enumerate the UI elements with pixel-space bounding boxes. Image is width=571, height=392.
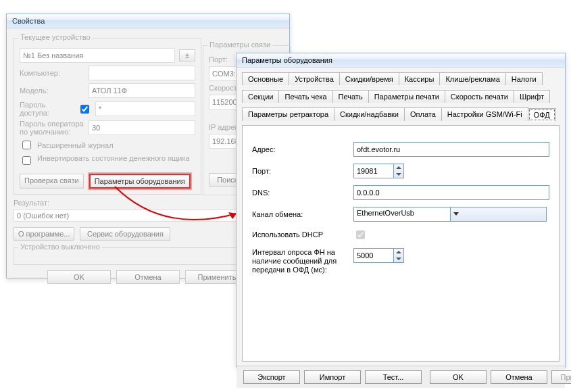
current-device-group: Текущее устройство ± Компьютер: Модель: …	[14, 38, 201, 195]
dns-field[interactable]	[353, 185, 549, 200]
model-label: Модель:	[20, 87, 84, 95]
properties-title: Свойства	[7, 14, 289, 28]
ext-log-label: Расширенный журнал	[37, 141, 114, 149]
tab-print[interactable]: Печать	[332, 90, 369, 103]
computer-label: Компьютер:	[20, 69, 84, 77]
oper-pwd-label: Пароль оператора по умолчанию:	[20, 120, 84, 136]
oper-pwd-field[interactable]	[89, 120, 195, 135]
device-select[interactable]	[20, 48, 175, 63]
tabs-row-3: Параметры ретрактора Скидки/надбавки Опл…	[242, 107, 560, 121]
dns-label: DNS:	[252, 189, 353, 197]
dlg-apply-button: Применить	[551, 370, 571, 384]
tabs-row-2: Секции Печать чека Печать Параметры печа…	[242, 89, 560, 103]
plus-minus-button[interactable]: ±	[179, 49, 195, 62]
invert-label: Инвертировать состояние денежного ящика	[37, 154, 190, 162]
group-legend: Текущее устройство	[18, 33, 93, 41]
port-spinner[interactable]	[394, 164, 404, 178]
address-field[interactable]	[353, 142, 549, 157]
tab-print-receipt[interactable]: Печать чека	[278, 90, 332, 103]
tab-retractor[interactable]: Параметры ретрактора	[242, 107, 334, 121]
dlg-ok-button[interactable]: OK	[430, 370, 487, 384]
ok-button[interactable]: OK	[47, 270, 111, 284]
test-button[interactable]: Тест...	[365, 370, 422, 384]
model-field[interactable]	[89, 83, 195, 98]
interval-label: Интервал опроса ФН на наличие сообщений …	[252, 248, 353, 274]
check-link-button[interactable]: Проверка связи	[20, 174, 84, 189]
tab-gsm-wifi[interactable]: Настройки GSM/Wi-Fi	[441, 107, 528, 121]
about-button[interactable]: О программе...	[14, 227, 74, 241]
ofd-port-label: Порт:	[252, 167, 353, 176]
tab-font[interactable]: Шрифт	[514, 90, 550, 103]
cancel-button[interactable]: Отмена	[116, 270, 180, 284]
service-button[interactable]: Сервис оборудования	[80, 227, 170, 241]
tabs-row-1: Основные Устройства Скидки/время Кассиры…	[242, 72, 560, 85]
tab-print-speed[interactable]: Скорость печати	[445, 90, 514, 103]
interval-spinner[interactable]	[394, 248, 404, 263]
access-pwd-checkbox[interactable]	[80, 105, 89, 114]
access-pwd-field[interactable]	[95, 101, 195, 116]
computer-field[interactable]	[89, 66, 195, 80]
equipment-params-title: Параметры оборудования	[237, 53, 565, 68]
interval-field[interactable]	[353, 248, 394, 263]
tab-devices[interactable]: Устройства	[289, 72, 340, 85]
export-button[interactable]: Экспорт	[243, 370, 300, 384]
channel-value: EthernetOverUsb	[354, 207, 450, 221]
tab-discounts-time[interactable]: Скидки/время	[339, 72, 399, 85]
tab-cashiers[interactable]: Кассиры	[399, 72, 441, 85]
equipment-params-window: Параметры оборудования Основные Устройст…	[236, 53, 566, 368]
link-legend: Параметры связи	[207, 41, 272, 49]
status-text: Устройство выключено	[18, 243, 102, 251]
channel-select[interactable]: EthernetOverUsb	[353, 207, 547, 222]
result-label: Результат:	[14, 199, 49, 207]
access-pwd-label: Пароль доступа:	[20, 101, 74, 117]
ofd-panel: Адрес: Порт: DNS: Канал обмена: Ethernet…	[242, 125, 560, 362]
chevron-down-icon	[450, 207, 547, 221]
address-label: Адрес:	[252, 145, 353, 154]
ext-log-checkbox[interactable]	[22, 141, 31, 149]
dialog-buttons: Экспорт Импорт Тест... OK Отмена Примени…	[237, 366, 565, 388]
tab-general[interactable]: Основные	[242, 72, 289, 85]
invert-checkbox[interactable]	[22, 156, 31, 165]
tab-print-params[interactable]: Параметры печати	[368, 90, 445, 103]
tab-sections[interactable]: Секции	[242, 90, 279, 103]
dhcp-checkbox	[356, 230, 365, 239]
import-button[interactable]: Импорт	[304, 370, 361, 384]
tab-payment[interactable]: Оплата	[404, 107, 442, 121]
dhcp-label: Использовать DHCP	[252, 230, 353, 239]
channel-label: Канал обмена:	[252, 210, 353, 219]
tab-taxes[interactable]: Налоги	[505, 72, 543, 85]
equipment-params-button[interactable]: Параметры оборудования	[89, 174, 191, 189]
dlg-cancel-button[interactable]: Отмена	[491, 370, 547, 384]
ofd-port-field[interactable]	[353, 164, 394, 178]
tab-discounts[interactable]: Скидки/надбавки	[334, 107, 405, 121]
tab-cliche[interactable]: Клише/реклама	[439, 72, 505, 85]
tab-ofd[interactable]: ОФД	[528, 108, 556, 122]
